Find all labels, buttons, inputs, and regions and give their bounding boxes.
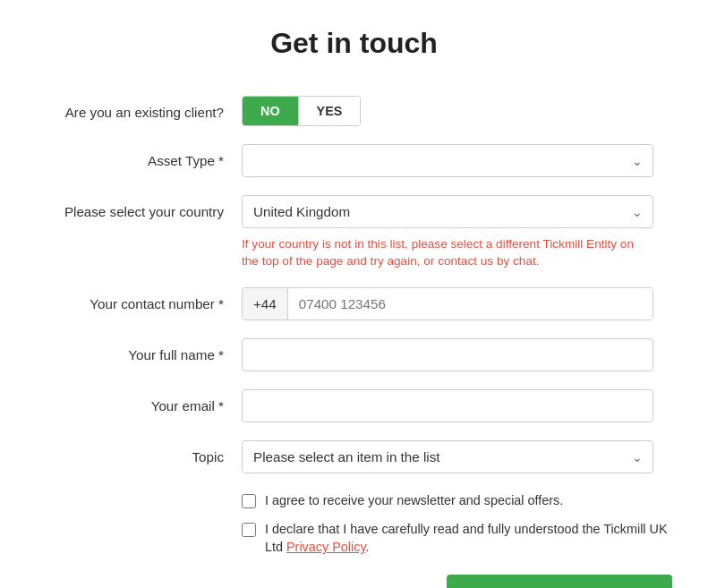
asset-type-row: Asset Type * ⌄ <box>36 144 672 177</box>
existing-client-label: Are you an existing client? <box>36 96 242 120</box>
topic-wrapper: Please select an item in the list ⌄ <box>242 440 672 473</box>
asset-type-label: Asset Type * <box>36 144 242 168</box>
phone-number-input[interactable] <box>288 288 653 320</box>
newsletter-checkbox[interactable] <box>242 494 256 508</box>
privacy-checkbox-row: I declare that I have carefully read and… <box>36 520 672 556</box>
existing-client-toggle: NO YES <box>242 96 361 126</box>
phone-wrapper: +44 <box>242 287 672 320</box>
country-row: Please select your country United Kingdo… <box>36 195 672 269</box>
phone-country-code: +44 <box>243 288 288 320</box>
topic-select[interactable]: Please select an item in the list <box>242 440 653 473</box>
topic-select-wrapper: Please select an item in the list ⌄ <box>242 440 653 473</box>
country-warning: If your country is not in this list, ple… <box>242 235 653 269</box>
email-row: Your email * <box>36 389 672 422</box>
page-title: Get in touch <box>36 18 672 60</box>
country-select[interactable]: United Kingdom <box>242 195 653 228</box>
asset-type-select-wrapper: ⌄ <box>242 144 653 177</box>
yes-button[interactable]: YES <box>299 97 361 125</box>
contact-number-label: Your contact number * <box>36 287 242 311</box>
country-label: Please select your country <box>36 195 242 219</box>
topic-row: Topic Please select an item in the list … <box>36 440 672 473</box>
contact-number-row: Your contact number * +44 <box>36 287 672 320</box>
topic-label: Topic <box>36 440 242 464</box>
privacy-suffix: . <box>366 540 370 554</box>
full-name-label: Your full name * <box>36 338 242 362</box>
asset-type-select[interactable] <box>242 144 653 177</box>
submit-button[interactable]: SUBMIT YOUR ENQUIRY <box>447 575 672 588</box>
newsletter-checkbox-row: I agree to receive your newsletter and s… <box>36 491 672 509</box>
country-select-wrapper: United Kingdom ⌄ <box>242 195 653 228</box>
asset-type-wrapper: ⌄ <box>242 144 672 177</box>
email-wrapper <box>242 389 672 422</box>
full-name-input[interactable] <box>242 338 653 371</box>
page-container: Get in touch Are you an existing client?… <box>0 0 708 588</box>
full-name-row: Your full name * <box>36 338 672 371</box>
email-label: Your email * <box>36 389 242 413</box>
full-name-wrapper <box>242 338 672 371</box>
country-wrapper: United Kingdom ⌄ If your country is not … <box>242 195 672 269</box>
no-button[interactable]: NO <box>243 97 298 125</box>
newsletter-label: I agree to receive your newsletter and s… <box>265 491 563 509</box>
email-input[interactable] <box>242 389 653 422</box>
privacy-label: I declare that I have carefully read and… <box>265 520 672 556</box>
submit-row: SUBMIT YOUR ENQUIRY <box>36 575 672 588</box>
privacy-checkbox[interactable] <box>242 523 256 537</box>
privacy-policy-link[interactable]: Privacy Policy <box>286 540 366 554</box>
existing-client-row: Are you an existing client? NO YES <box>36 96 672 126</box>
phone-input-group: +44 <box>242 287 653 320</box>
toggle-wrapper: NO YES <box>242 96 672 126</box>
